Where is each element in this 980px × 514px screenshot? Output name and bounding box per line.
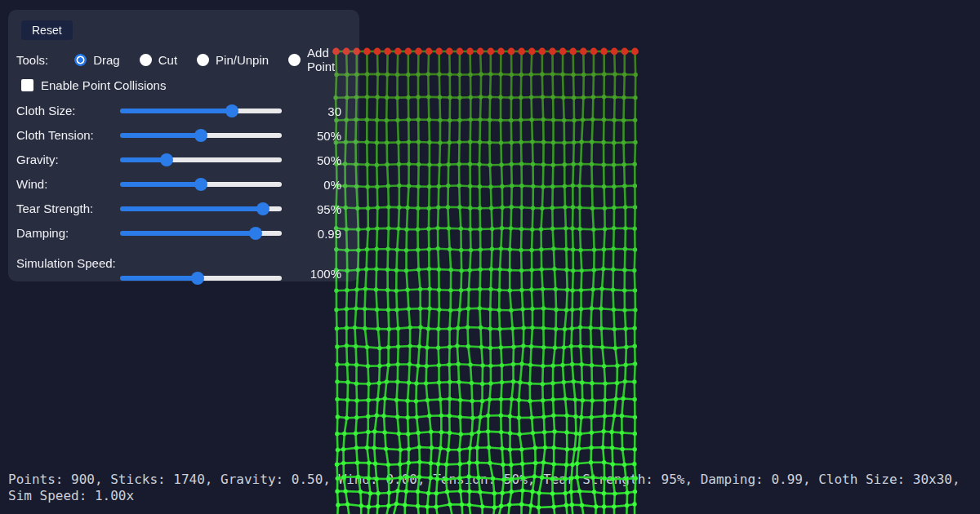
slider-label-gravity: Gravity: — [16, 153, 120, 167]
collisions-row: Enable Point Collisions — [21, 77, 341, 93]
slider-value-cloth-tension: 50% — [282, 129, 341, 143]
slider-input-simulation-speed[interactable] — [120, 276, 282, 281]
tool-label-cut: Cut — [158, 53, 177, 67]
slider-value-simulation-speed: 100% — [282, 267, 341, 281]
slider-row-cloth-size: Cloth Size:30 — [16, 99, 341, 123]
slider-row-cloth-tension: Cloth Tension:50% — [16, 123, 341, 148]
control-panel: Reset Tools: DragCutPin/UnpinAdd Point E… — [8, 10, 359, 281]
slider-input-wind[interactable] — [120, 182, 282, 187]
tool-option-cut: Cut — [140, 53, 177, 67]
collisions-checkbox[interactable] — [21, 79, 33, 91]
slider-value-tear-strength: 95% — [282, 202, 341, 216]
tool-option-drag: Drag — [74, 53, 120, 67]
tool-radio-pin-unpin[interactable] — [197, 54, 209, 66]
tools-row: Tools: DragCutPin/UnpinAdd Point — [16, 51, 341, 68]
slider-label-tear-strength: Tear Strength: — [16, 202, 120, 216]
slider-value-damping: 0.99 — [282, 227, 341, 241]
slider-value-cloth-size: 30 — [282, 104, 341, 118]
tool-radio-cut[interactable] — [140, 54, 152, 66]
slider-label-cloth-size: Cloth Size: — [16, 104, 120, 118]
tool-label-add-point: Add Point — [307, 46, 335, 73]
slider-input-cloth-tension[interactable] — [120, 133, 282, 138]
slider-row-damping: Damping:0.99 — [16, 221, 341, 246]
tool-radio-drag[interactable] — [74, 54, 87, 66]
tool-label-drag: Drag — [93, 53, 120, 67]
tool-label-pin-unpin: Pin/Unpin — [216, 53, 269, 67]
tool-option-add-point: Add Point — [288, 46, 335, 73]
tools-label: Tools: — [16, 53, 48, 67]
slider-input-gravity[interactable] — [120, 157, 282, 162]
slider-row-tear-strength: Tear Strength:95% — [16, 197, 341, 221]
slider-input-cloth-size[interactable] — [120, 109, 282, 113]
tools-options: DragCutPin/UnpinAdd Point — [74, 46, 354, 73]
slider-row-gravity: Gravity:50% — [16, 148, 341, 172]
slider-label-cloth-tension: Cloth Tension: — [16, 128, 120, 143]
tool-radio-add-point[interactable] — [288, 54, 301, 66]
slider-row-wind: Wind:0% — [16, 172, 341, 197]
slider-label-damping: Damping: — [16, 226, 120, 241]
tool-option-pin-unpin: Pin/Unpin — [197, 53, 269, 67]
slider-label-simulation-speed: Simulation Speed: — [16, 256, 120, 271]
slider-value-gravity: 50% — [282, 153, 341, 167]
slider-input-damping[interactable] — [120, 231, 282, 236]
slider-input-tear-strength[interactable] — [120, 206, 282, 211]
sliders: Cloth Size:30Cloth Tension:50%Gravity:50… — [16, 99, 341, 285]
reset-button[interactable]: Reset — [21, 20, 73, 40]
slider-label-wind: Wind: — [16, 177, 120, 192]
slider-row-simulation-speed: Simulation Speed:100% — [16, 246, 341, 285]
slider-value-wind: 0% — [282, 178, 341, 192]
collisions-label: Enable Point Collisions — [41, 78, 166, 92]
